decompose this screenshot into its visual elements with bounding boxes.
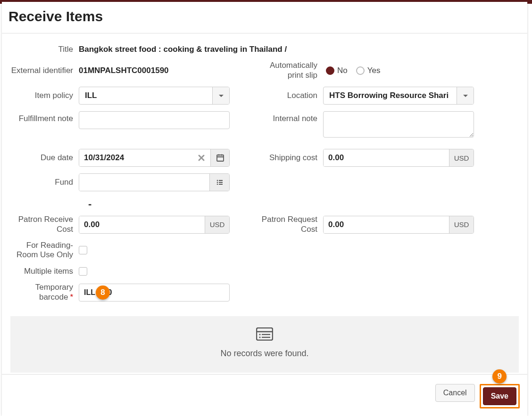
value-title: Bangkok street food : cooking & travelin… [79, 45, 287, 54]
label-fulfillment-note: Fulfillment note [10, 111, 79, 123]
due-date-input[interactable] [79, 149, 192, 166]
svg-rect-9 [219, 184, 223, 185]
cancel-button[interactable]: Cancel [435, 384, 475, 402]
shipping-cost-input[interactable] [324, 149, 449, 166]
clear-date-button[interactable] [192, 149, 210, 166]
label-title: Title [10, 45, 79, 54]
empty-results-message: No records were found. [10, 349, 519, 359]
svg-rect-7 [219, 182, 223, 183]
label-external-id: External identifier [10, 66, 79, 75]
calendar-button[interactable] [210, 149, 229, 166]
patron-request-currency: USD [449, 216, 474, 233]
dash-separator: - [88, 198, 508, 210]
label-shipping-cost: Shipping cost [259, 153, 323, 163]
list-icon [216, 179, 224, 186]
radio-yes[interactable]: Yes [356, 66, 381, 75]
item-policy-select[interactable]: ILL [79, 87, 230, 105]
auto-print-slip-radio-group[interactable]: No Yes [323, 66, 380, 75]
radio-no[interactable]: No [326, 66, 348, 75]
label-reading-room: For Reading-Room Use Only [10, 241, 79, 260]
save-highlight: 9 Save [480, 384, 520, 408]
location-value: HTS Borrowing Resource Shari [324, 87, 457, 104]
patron-receive-currency: USD [205, 216, 229, 233]
svg-point-12 [259, 334, 260, 335]
label-fund: Fund [10, 178, 79, 187]
patron-request-cost-input[interactable] [324, 216, 449, 233]
chevron-down-icon [463, 95, 468, 97]
fund-input-group [79, 173, 230, 191]
location-chevron[interactable] [457, 87, 474, 104]
fulfillment-note-input[interactable] [79, 111, 230, 129]
svg-rect-5 [219, 180, 223, 181]
fund-input[interactable] [79, 174, 209, 191]
patron-receive-cost-input[interactable] [79, 216, 205, 233]
label-patron-request-cost: Patron Request Cost [259, 215, 323, 234]
empty-results-panel: No records were found. [10, 316, 519, 373]
svg-point-8 [216, 184, 218, 185]
label-location: Location [259, 91, 323, 100]
label-due-date: Due date [10, 153, 79, 163]
svg-point-14 [259, 336, 260, 338]
marker-9: 9 [492, 369, 507, 383]
svg-point-6 [216, 182, 218, 183]
label-item-policy: Item policy [10, 91, 79, 100]
patron-request-cost-group: USD [323, 216, 474, 234]
item-policy-value: ILL [79, 87, 212, 104]
chevron-down-icon [219, 95, 224, 97]
label-temporary-barcode: Temporary barcode* [10, 283, 79, 302]
radio-yes-label: Yes [367, 66, 381, 75]
save-button[interactable]: Save [483, 387, 516, 405]
label-patron-receive-cost: Patron Receive Cost [10, 215, 79, 234]
value-external-id: 01MNPALSHTC0001590 [79, 66, 169, 75]
radio-no-label: No [337, 66, 348, 75]
item-policy-chevron[interactable] [212, 87, 229, 104]
calendar-icon [216, 154, 224, 162]
label-multiple-items: Multiple items [10, 267, 79, 276]
fund-list-button[interactable] [209, 174, 229, 191]
empty-list-icon [10, 327, 519, 344]
multiple-items-checkbox[interactable] [79, 267, 87, 276]
close-icon [198, 154, 205, 162]
label-auto-print-slip: Automatically print slip [259, 61, 323, 80]
shipping-cost-currency: USD [449, 149, 474, 166]
marker-8: 8 [96, 285, 110, 300]
svg-point-4 [216, 180, 218, 181]
location-select[interactable]: HTS Borrowing Resource Shari [323, 87, 474, 105]
shipping-cost-group: USD [323, 149, 474, 167]
label-internal-note: Internal note [259, 111, 323, 123]
page-title: Receive Items [8, 8, 521, 24]
due-date-input-group [79, 149, 230, 167]
reading-room-checkbox[interactable] [79, 246, 87, 254]
svg-rect-0 [217, 155, 224, 161]
patron-receive-cost-group: USD [79, 216, 230, 234]
internal-note-textarea[interactable] [323, 111, 474, 138]
